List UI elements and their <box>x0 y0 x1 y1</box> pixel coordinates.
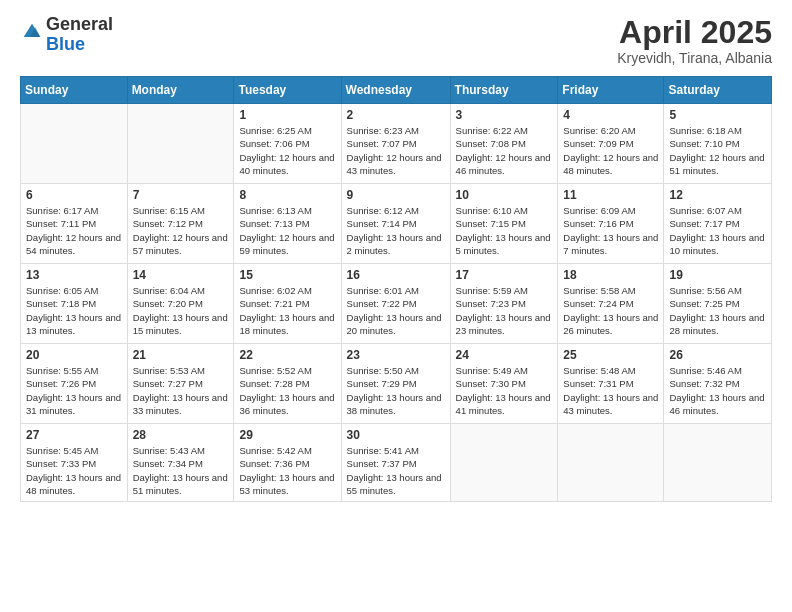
calendar-cell <box>558 424 664 502</box>
calendar-cell: 29Sunrise: 5:42 AMSunset: 7:36 PMDayligh… <box>234 424 341 502</box>
day-info: Sunrise: 6:22 AMSunset: 7:08 PMDaylight:… <box>456 124 553 177</box>
calendar-cell: 30Sunrise: 5:41 AMSunset: 7:37 PMDayligh… <box>341 424 450 502</box>
calendar-cell: 5Sunrise: 6:18 AMSunset: 7:10 PMDaylight… <box>664 104 772 184</box>
day-number: 30 <box>347 428 445 442</box>
day-number: 2 <box>347 108 445 122</box>
day-info: Sunrise: 5:50 AMSunset: 7:29 PMDaylight:… <box>347 364 445 417</box>
calendar-cell: 14Sunrise: 6:04 AMSunset: 7:20 PMDayligh… <box>127 264 234 344</box>
day-info: Sunrise: 5:59 AMSunset: 7:23 PMDaylight:… <box>456 284 553 337</box>
day-info: Sunrise: 6:13 AMSunset: 7:13 PMDaylight:… <box>239 204 335 257</box>
calendar-cell: 6Sunrise: 6:17 AMSunset: 7:11 PMDaylight… <box>21 184 128 264</box>
day-number: 3 <box>456 108 553 122</box>
day-number: 22 <box>239 348 335 362</box>
calendar-cell: 20Sunrise: 5:55 AMSunset: 7:26 PMDayligh… <box>21 344 128 424</box>
day-number: 13 <box>26 268 122 282</box>
day-number: 5 <box>669 108 766 122</box>
day-number: 16 <box>347 268 445 282</box>
day-number: 4 <box>563 108 658 122</box>
day-info: Sunrise: 6:20 AMSunset: 7:09 PMDaylight:… <box>563 124 658 177</box>
logo-general-text: General <box>46 14 113 34</box>
logo-blue-text: Blue <box>46 34 85 54</box>
day-info: Sunrise: 5:46 AMSunset: 7:32 PMDaylight:… <box>669 364 766 417</box>
page: General Blue April 2025 Kryevidh, Tirana… <box>0 0 792 612</box>
header: General Blue April 2025 Kryevidh, Tirana… <box>20 15 772 66</box>
day-number: 14 <box>133 268 229 282</box>
calendar-cell: 18Sunrise: 5:58 AMSunset: 7:24 PMDayligh… <box>558 264 664 344</box>
weekday-header-row: Sunday Monday Tuesday Wednesday Thursday… <box>21 77 772 104</box>
day-info: Sunrise: 6:05 AMSunset: 7:18 PMDaylight:… <box>26 284 122 337</box>
calendar-cell <box>127 104 234 184</box>
day-number: 9 <box>347 188 445 202</box>
calendar-cell: 13Sunrise: 6:05 AMSunset: 7:18 PMDayligh… <box>21 264 128 344</box>
day-number: 11 <box>563 188 658 202</box>
calendar-table: Sunday Monday Tuesday Wednesday Thursday… <box>20 76 772 502</box>
calendar-cell: 9Sunrise: 6:12 AMSunset: 7:14 PMDaylight… <box>341 184 450 264</box>
day-number: 18 <box>563 268 658 282</box>
day-number: 25 <box>563 348 658 362</box>
day-info: Sunrise: 5:58 AMSunset: 7:24 PMDaylight:… <box>563 284 658 337</box>
day-number: 8 <box>239 188 335 202</box>
day-info: Sunrise: 5:43 AMSunset: 7:34 PMDaylight:… <box>133 444 229 497</box>
calendar-cell: 10Sunrise: 6:10 AMSunset: 7:15 PMDayligh… <box>450 184 558 264</box>
day-number: 7 <box>133 188 229 202</box>
calendar-cell <box>664 424 772 502</box>
logo: General Blue <box>20 15 113 55</box>
title-area: April 2025 Kryevidh, Tirana, Albania <box>617 15 772 66</box>
calendar-cell: 19Sunrise: 5:56 AMSunset: 7:25 PMDayligh… <box>664 264 772 344</box>
header-tuesday: Tuesday <box>234 77 341 104</box>
day-number: 27 <box>26 428 122 442</box>
calendar-cell: 1Sunrise: 6:25 AMSunset: 7:06 PMDaylight… <box>234 104 341 184</box>
header-friday: Friday <box>558 77 664 104</box>
calendar-cell: 28Sunrise: 5:43 AMSunset: 7:34 PMDayligh… <box>127 424 234 502</box>
day-number: 20 <box>26 348 122 362</box>
calendar-cell: 12Sunrise: 6:07 AMSunset: 7:17 PMDayligh… <box>664 184 772 264</box>
day-info: Sunrise: 6:07 AMSunset: 7:17 PMDaylight:… <box>669 204 766 257</box>
calendar-cell: 16Sunrise: 6:01 AMSunset: 7:22 PMDayligh… <box>341 264 450 344</box>
day-info: Sunrise: 6:01 AMSunset: 7:22 PMDaylight:… <box>347 284 445 337</box>
day-info: Sunrise: 5:42 AMSunset: 7:36 PMDaylight:… <box>239 444 335 497</box>
calendar-cell: 11Sunrise: 6:09 AMSunset: 7:16 PMDayligh… <box>558 184 664 264</box>
day-info: Sunrise: 5:45 AMSunset: 7:33 PMDaylight:… <box>26 444 122 497</box>
day-number: 10 <box>456 188 553 202</box>
header-thursday: Thursday <box>450 77 558 104</box>
header-wednesday: Wednesday <box>341 77 450 104</box>
calendar-cell: 22Sunrise: 5:52 AMSunset: 7:28 PMDayligh… <box>234 344 341 424</box>
day-number: 15 <box>239 268 335 282</box>
location-subtitle: Kryevidh, Tirana, Albania <box>617 50 772 66</box>
calendar-cell: 4Sunrise: 6:20 AMSunset: 7:09 PMDaylight… <box>558 104 664 184</box>
calendar-cell: 26Sunrise: 5:46 AMSunset: 7:32 PMDayligh… <box>664 344 772 424</box>
calendar-cell: 27Sunrise: 5:45 AMSunset: 7:33 PMDayligh… <box>21 424 128 502</box>
day-info: Sunrise: 6:02 AMSunset: 7:21 PMDaylight:… <box>239 284 335 337</box>
day-info: Sunrise: 5:56 AMSunset: 7:25 PMDaylight:… <box>669 284 766 337</box>
calendar-cell: 25Sunrise: 5:48 AMSunset: 7:31 PMDayligh… <box>558 344 664 424</box>
day-info: Sunrise: 5:52 AMSunset: 7:28 PMDaylight:… <box>239 364 335 417</box>
month-title: April 2025 <box>617 15 772 50</box>
day-number: 28 <box>133 428 229 442</box>
header-sunday: Sunday <box>21 77 128 104</box>
day-info: Sunrise: 6:09 AMSunset: 7:16 PMDaylight:… <box>563 204 658 257</box>
day-number: 29 <box>239 428 335 442</box>
calendar-cell <box>450 424 558 502</box>
calendar-cell: 8Sunrise: 6:13 AMSunset: 7:13 PMDaylight… <box>234 184 341 264</box>
day-number: 19 <box>669 268 766 282</box>
day-info: Sunrise: 6:12 AMSunset: 7:14 PMDaylight:… <box>347 204 445 257</box>
calendar-cell <box>21 104 128 184</box>
day-info: Sunrise: 6:17 AMSunset: 7:11 PMDaylight:… <box>26 204 122 257</box>
calendar-cell: 23Sunrise: 5:50 AMSunset: 7:29 PMDayligh… <box>341 344 450 424</box>
calendar-cell: 2Sunrise: 6:23 AMSunset: 7:07 PMDaylight… <box>341 104 450 184</box>
calendar-cell: 21Sunrise: 5:53 AMSunset: 7:27 PMDayligh… <box>127 344 234 424</box>
calendar-cell: 15Sunrise: 6:02 AMSunset: 7:21 PMDayligh… <box>234 264 341 344</box>
day-info: Sunrise: 6:04 AMSunset: 7:20 PMDaylight:… <box>133 284 229 337</box>
day-number: 17 <box>456 268 553 282</box>
day-info: Sunrise: 6:10 AMSunset: 7:15 PMDaylight:… <box>456 204 553 257</box>
day-number: 1 <box>239 108 335 122</box>
day-info: Sunrise: 5:55 AMSunset: 7:26 PMDaylight:… <box>26 364 122 417</box>
day-number: 12 <box>669 188 766 202</box>
calendar-body: 1Sunrise: 6:25 AMSunset: 7:06 PMDaylight… <box>21 104 772 502</box>
day-number: 23 <box>347 348 445 362</box>
calendar-cell: 3Sunrise: 6:22 AMSunset: 7:08 PMDaylight… <box>450 104 558 184</box>
day-number: 6 <box>26 188 122 202</box>
calendar-cell: 7Sunrise: 6:15 AMSunset: 7:12 PMDaylight… <box>127 184 234 264</box>
day-number: 24 <box>456 348 553 362</box>
day-info: Sunrise: 5:49 AMSunset: 7:30 PMDaylight:… <box>456 364 553 417</box>
